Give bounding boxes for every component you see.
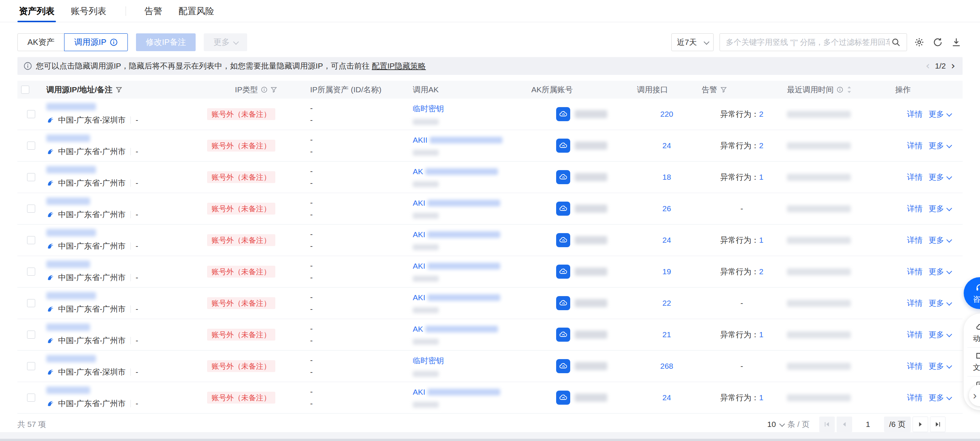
row-checkbox[interactable]	[27, 393, 35, 402]
modify-ip-remark-button[interactable]: 修改IP备注	[136, 33, 196, 51]
detail-link[interactable]: 详情	[907, 204, 923, 214]
row-checkbox[interactable]	[27, 142, 35, 150]
detail-link[interactable]: 详情	[907, 235, 923, 245]
alarm-count[interactable]: 2	[759, 267, 764, 276]
detail-link[interactable]: 详情	[907, 109, 923, 119]
ak-link[interactable]: AK	[413, 325, 423, 334]
detail-link[interactable]: 详情	[907, 140, 923, 151]
news-button[interactable]: 动态	[967, 319, 980, 347]
alarm-count[interactable]: 1	[759, 173, 764, 181]
ip-hide-policy-link[interactable]: 配置IP隐藏策略	[372, 62, 426, 70]
source-ip-button[interactable]: 调用源IP	[64, 33, 128, 51]
refresh-icon[interactable]	[931, 36, 944, 49]
more-button[interactable]: 更多	[204, 33, 247, 51]
tab-config-risk[interactable]: 配置风险	[177, 0, 216, 22]
row-checkbox[interactable]	[27, 236, 35, 244]
ak-link[interactable]: 临时密钥	[413, 103, 444, 114]
row-checkbox[interactable]	[27, 205, 35, 213]
sort-icon[interactable]	[846, 86, 852, 93]
banner-next-icon[interactable]: ›	[951, 61, 955, 71]
alarm-count[interactable]: 1	[759, 393, 764, 402]
ak-link[interactable]: 临时密钥	[413, 355, 444, 366]
tab-alerts[interactable]: 告警	[143, 0, 164, 22]
source-ip-blurred[interactable]	[46, 166, 96, 174]
interface-count-link[interactable]: 220	[660, 110, 673, 119]
row-checkbox[interactable]	[27, 331, 35, 339]
ak-link[interactable]: AKI	[413, 293, 425, 302]
row-more-menu[interactable]: 更多	[929, 266, 951, 277]
source-ip-blurred[interactable]	[46, 292, 96, 299]
alarm-count[interactable]: 2	[759, 141, 764, 150]
filter-funnel-icon[interactable]	[116, 86, 122, 93]
search-input[interactable]	[726, 38, 889, 47]
detail-link[interactable]: 详情	[907, 392, 923, 403]
next-page-button[interactable]	[913, 417, 928, 432]
ak-link[interactable]: AKI	[413, 262, 425, 271]
row-more-menu[interactable]: 更多	[929, 361, 951, 371]
info-icon[interactable]	[837, 86, 843, 93]
last-page-button[interactable]	[930, 417, 945, 432]
download-icon[interactable]	[950, 36, 963, 49]
banner-prev-icon[interactable]: ‹	[926, 61, 930, 71]
interface-count-link[interactable]: 21	[662, 330, 671, 339]
row-checkbox[interactable]	[27, 299, 35, 307]
select-all-checkbox[interactable]	[21, 86, 29, 94]
source-ip-blurred[interactable]	[46, 197, 90, 205]
ak-link[interactable]: AKI	[413, 388, 425, 396]
row-more-menu[interactable]: 更多	[929, 330, 951, 340]
interface-count-link[interactable]: 24	[662, 141, 671, 150]
prev-page-button[interactable]	[837, 417, 852, 432]
interface-count-link[interactable]: 22	[662, 299, 671, 307]
row-checkbox[interactable]	[27, 267, 35, 276]
detail-link[interactable]: 详情	[907, 330, 923, 340]
page-size-select[interactable]: 10 条 / 页	[767, 419, 810, 430]
interface-count-link[interactable]: 24	[662, 236, 671, 245]
row-more-menu[interactable]: 更多	[929, 172, 951, 182]
detail-link[interactable]: 详情	[907, 361, 923, 371]
source-ip-blurred[interactable]	[46, 229, 96, 236]
row-more-menu[interactable]: 更多	[929, 204, 951, 214]
row-more-menu[interactable]: 更多	[929, 109, 951, 119]
row-more-menu[interactable]: 更多	[929, 298, 951, 308]
alarm-count[interactable]: 2	[759, 110, 764, 119]
ak-link[interactable]: AKI	[413, 199, 425, 207]
source-ip-blurred[interactable]	[46, 355, 96, 363]
settings-gear-icon[interactable]	[913, 36, 926, 49]
interface-count-link[interactable]: 19	[662, 267, 671, 276]
interface-count-link[interactable]: 26	[662, 204, 671, 213]
tab-account-list[interactable]: 账号列表	[69, 0, 108, 22]
source-ip-blurred[interactable]	[46, 103, 96, 110]
search-icon[interactable]	[889, 36, 902, 49]
source-ip-blurred[interactable]	[46, 387, 90, 394]
interface-count-link[interactable]: 18	[662, 173, 671, 181]
current-page-input[interactable]: 1	[854, 417, 882, 432]
ak-link[interactable]: AKI	[413, 230, 425, 239]
consult-button[interactable]: 咨询	[964, 277, 980, 309]
row-checkbox[interactable]	[27, 110, 35, 118]
time-range-select[interactable]: 近7天	[671, 33, 714, 51]
first-page-button[interactable]	[819, 417, 835, 432]
ak-asset-button[interactable]: AK资产	[18, 33, 64, 51]
source-ip-blurred[interactable]	[46, 261, 90, 268]
tab-asset-list[interactable]: 资产列表	[18, 0, 56, 22]
docs-button[interactable]: 文档	[967, 347, 980, 376]
row-more-menu[interactable]: 更多	[929, 235, 951, 245]
detail-link[interactable]: 详情	[907, 266, 923, 277]
filter-funnel-icon[interactable]	[720, 86, 727, 93]
source-ip-blurred[interactable]	[46, 135, 90, 142]
row-more-menu[interactable]: 更多	[929, 392, 951, 403]
alarm-count[interactable]: 1	[759, 236, 764, 245]
interface-count-link[interactable]: 268	[660, 362, 673, 371]
row-checkbox[interactable]	[27, 173, 35, 181]
source-ip-blurred[interactable]	[46, 323, 90, 331]
interface-count-link[interactable]: 24	[662, 393, 671, 402]
ak-link[interactable]: AK	[413, 167, 423, 176]
alarm-count[interactable]: 1	[759, 330, 764, 339]
ak-link[interactable]: AKII	[413, 135, 428, 145]
filter-funnel-icon[interactable]	[270, 86, 277, 93]
detail-link[interactable]: 详情	[907, 172, 923, 182]
row-more-menu[interactable]: 更多	[929, 140, 951, 151]
row-checkbox[interactable]	[27, 362, 35, 370]
info-icon[interactable]	[261, 86, 267, 93]
detail-link[interactable]: 详情	[907, 298, 923, 308]
